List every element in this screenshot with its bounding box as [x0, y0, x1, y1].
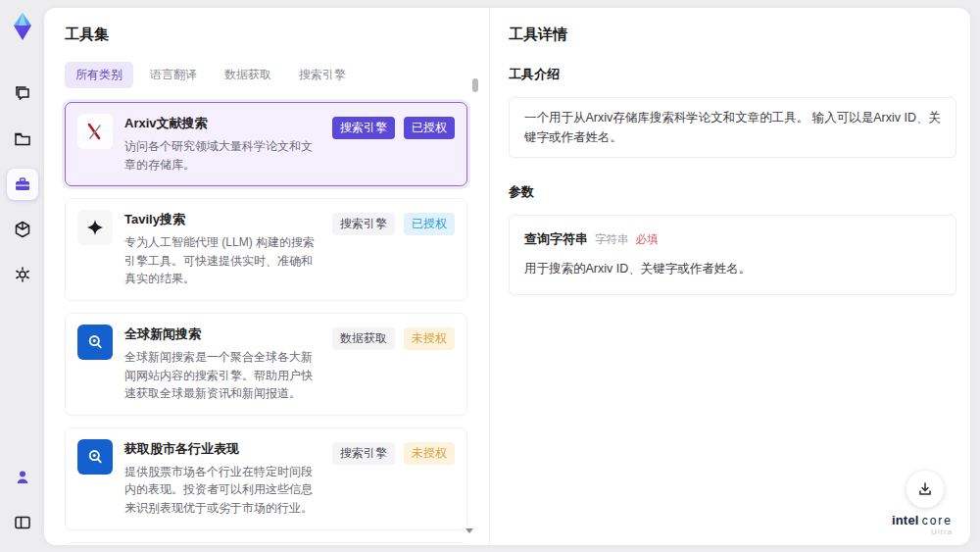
tool-name: Arxiv文献搜索	[124, 115, 320, 132]
tool-icon	[77, 210, 113, 245]
parameter-name: 查询字符串	[524, 229, 588, 250]
category-badge: 搜索引擎	[332, 442, 395, 465]
cube-icon	[13, 220, 32, 239]
folder-icon	[13, 129, 32, 149]
auth-status-badge: 已授权	[404, 117, 455, 139]
category-badge: 搜索引擎	[332, 213, 395, 235]
category-tab[interactable]: 语言翻译	[139, 62, 208, 88]
detail-title: 工具详情	[509, 25, 956, 44]
parameter-box: 查询字符串 字符串 必填 用于搜索的Arxiv ID、关键字或作者姓名。	[509, 215, 956, 295]
intro-text: 一个用于从Arxiv存储库搜索科学论文和文章的工具。 输入可以是Arxiv ID…	[524, 111, 941, 144]
user-icon	[13, 468, 32, 487]
tool-card[interactable]: 获取股市各行业表现 提供股票市场各个行业在特定时间段内的表现。投资者可以利用这些…	[65, 427, 467, 530]
chat-icon	[13, 84, 32, 104]
parameter-type: 字符串	[595, 230, 629, 248]
parameter-header: 查询字符串 字符串 必填	[524, 229, 941, 250]
sidebar-item-collapse[interactable]	[7, 507, 38, 538]
intro-heading: 工具介绍	[509, 66, 956, 83]
app-sidebar	[0, 0, 44, 552]
scroll-down-icon[interactable]	[466, 528, 473, 533]
tool-text: Tavily搜索 专为人工智能代理 (LLM) 构建的搜索引擎工具。可快速提供实…	[124, 210, 320, 288]
tool-name: Tavily搜索	[124, 211, 320, 228]
sidebar-item-tools[interactable]	[7, 169, 38, 200]
tool-card[interactable]: Tavily搜索 专为人工智能代理 (LLM) 构建的搜索引擎工具。可快速提供实…	[65, 198, 467, 301]
category-badge: 数据获取	[332, 327, 395, 350]
sidebar-item-chat[interactable]	[7, 78, 38, 110]
tool-text: 获取股市各行业表现 提供股票市场各个行业在特定时间段内的表现。投资者可以利用这些…	[124, 439, 320, 518]
sidebar-item-files[interactable]	[7, 124, 38, 155]
tool-card[interactable]: 获取市场最活跃股票信息 提供当天交易量最高的股票列表。投资者可以利用这些信息来识…	[65, 542, 467, 545]
tool-list: Arxiv文献搜索 访问各个研究领域大量科学论文和文章的存储库。 搜索引擎 已授…	[65, 102, 467, 545]
app-logo-icon	[8, 12, 37, 41]
category-tab[interactable]: 搜索引擎	[288, 62, 357, 88]
brand-intel-text: intel	[892, 514, 919, 527]
download-button[interactable]	[906, 471, 944, 508]
category-tab[interactable]: 所有类别	[65, 62, 133, 88]
auth-status-badge: 未授权	[404, 327, 455, 350]
tool-description: 全球新闻搜索是一个聚合全球各大新闻网站内容的搜索引擎。帮助用户快速获取全球最新资…	[124, 348, 320, 403]
auth-status-badge: 未授权	[404, 442, 455, 465]
tool-name: 获取股市各行业表现	[124, 440, 320, 458]
tool-icon	[77, 439, 113, 475]
page-title: 工具集	[65, 25, 467, 44]
news-search-icon	[85, 447, 105, 467]
brand-core-text: core	[922, 515, 953, 527]
tool-text: 全球新闻搜索 全球新闻搜索是一个聚合全球各大新闻网站内容的搜索引擎。帮助用户快速…	[124, 325, 320, 403]
category-tabs: 所有类别 语言翻译 数据获取 搜索引擎	[65, 62, 467, 88]
tool-description: 提供股票市场各个行业在特定时间段内的表现。投资者可以利用这些信息来识别表现优于或…	[124, 463, 320, 518]
tool-description: 访问各个研究领域大量科学论文和文章的存储库。	[124, 137, 320, 174]
parameter-required-badge: 必填	[636, 230, 659, 248]
intro-box: 一个用于从Arxiv存储库搜索科学论文和文章的工具。 输入可以是Arxiv ID…	[509, 97, 956, 158]
tool-icon	[77, 114, 113, 149]
category-tab[interactable]: 数据获取	[214, 62, 282, 88]
gear-icon	[13, 265, 32, 284]
auth-status-badge: 已授权	[404, 213, 455, 235]
sidebar-item-models[interactable]	[7, 214, 38, 245]
tool-list-panel: 工具集 所有类别 语言翻译 数据获取 搜索引擎	[44, 8, 490, 545]
tool-name: 全球新闻搜索	[124, 326, 320, 343]
download-icon	[916, 480, 934, 498]
arxiv-icon	[85, 122, 105, 141]
toolbox-icon	[13, 175, 32, 194]
tool-card[interactable]: Arxiv文献搜索 访问各个研究领域大量科学论文和文章的存储库。 搜索引擎 已授…	[65, 102, 467, 186]
sidebar-item-settings[interactable]	[7, 259, 38, 290]
panel-toggle-icon	[13, 513, 32, 532]
scrollbar-thumb[interactable]	[472, 78, 478, 92]
sidebar-item-account[interactable]	[7, 462, 38, 493]
intel-core-logo: intel core Ultra	[892, 514, 953, 536]
tool-detail-panel: 工具详情 工具介绍 一个用于从Arxiv存储库搜索科学论文和文章的工具。 输入可…	[490, 8, 970, 545]
tool-badges: 搜索引擎 已授权	[332, 210, 455, 288]
tool-badges: 搜索引擎 未授权	[332, 439, 455, 518]
category-badge: 搜索引擎	[332, 117, 395, 139]
tool-badges: 数据获取 未授权	[332, 325, 455, 403]
parameter-description: 用于搜索的Arxiv ID、关键字或作者姓名。	[524, 259, 941, 278]
tool-icon	[77, 325, 113, 360]
tool-description: 专为人工智能代理 (LLM) 构建的搜索引擎工具。可快速提供实时、准确和真实的结…	[124, 233, 320, 288]
tool-card[interactable]: 全球新闻搜索 全球新闻搜索是一个聚合全球各大新闻网站内容的搜索引擎。帮助用户快速…	[65, 313, 467, 416]
tool-badges: 搜索引擎 已授权	[332, 114, 455, 174]
brand-sub-text: Ultra	[892, 528, 953, 536]
tavily-icon	[85, 218, 105, 237]
main-window: 工具集 所有类别 语言翻译 数据获取 搜索引擎	[44, 8, 970, 545]
news-search-icon	[85, 332, 105, 352]
params-heading: 参数	[509, 183, 956, 201]
list-scrollbar[interactable]	[472, 75, 478, 541]
tool-text: Arxiv文献搜索 访问各个研究领域大量科学论文和文章的存储库。	[124, 114, 320, 174]
